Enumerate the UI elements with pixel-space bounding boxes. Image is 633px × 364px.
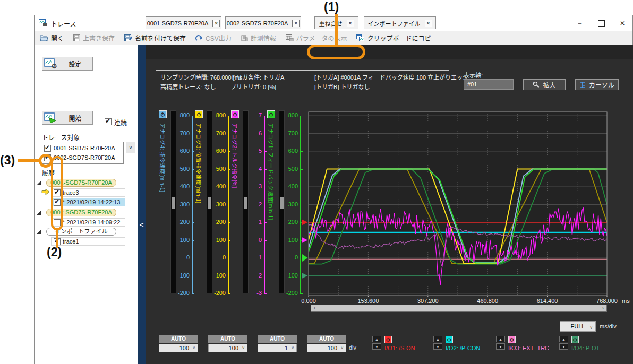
axis-tick-label: 1	[243, 219, 262, 225]
settings-button[interactable]: ⚙ 設定	[42, 57, 93, 71]
axis-tick-label: -2	[243, 272, 262, 279]
history-item-row[interactable]: * 2021/02/19 14:22:13	[35, 198, 138, 206]
pre-trigger: プリトリガ: 0 [%]	[230, 82, 276, 91]
io3-gear-icon[interactable]	[508, 336, 516, 343]
tab-close-icon[interactable]	[425, 20, 432, 27]
precision-trace: 高精度トレース: なし	[160, 82, 216, 91]
scale-combo[interactable]: 100	[159, 344, 198, 352]
zoom-button[interactable]: ✳ 拡大	[523, 79, 566, 90]
tab-0002[interactable]: 0002-SGD7S-R70F20A	[225, 16, 301, 29]
minimize-icon[interactable]	[575, 19, 585, 28]
io4-gear-icon[interactable]	[571, 336, 579, 343]
io-up-icon[interactable]: ▲	[496, 336, 505, 342]
history-item-checkbox[interactable]	[54, 199, 61, 206]
axis-tick-label: 800	[170, 112, 190, 118]
time-scrollbar-thumb[interactable]	[318, 305, 600, 311]
history-item-row[interactable]: * 2021/02/19 14:09:22	[35, 218, 138, 227]
history-item-checkbox[interactable]	[54, 219, 61, 226]
io-up-icon[interactable]: ▲	[559, 336, 568, 342]
io-down-icon[interactable]: ▼	[496, 343, 505, 350]
history-item-checkbox[interactable]	[54, 238, 61, 245]
time-scrollbar[interactable]: ‹ ›	[311, 305, 607, 312]
maximize-icon[interactable]	[596, 19, 606, 28]
time-tick-label: 307.200	[407, 298, 449, 304]
axis-gear-icon[interactable]	[231, 110, 239, 118]
trace-target-row[interactable]: 0001-SGD7S-R70F20A	[44, 143, 122, 153]
axis-title: アナログ3: 位置指令速度[min-1]	[194, 123, 203, 298]
axis-tick-label: 0	[243, 237, 262, 243]
measure-info-button[interactable]: 計測情報	[241, 33, 276, 42]
trigger-condition: トリガ条件: トリガA	[230, 73, 284, 81]
auto-button[interactable]: AUTO	[307, 335, 346, 343]
start-button[interactable]: 開始	[42, 111, 93, 125]
axis-tick-label: 100	[207, 237, 226, 243]
axis-tick-label: 300	[279, 201, 298, 207]
csv-export-button[interactable]: CSV出力	[195, 33, 232, 42]
axis-gear-icon[interactable]	[159, 110, 167, 118]
trace-target-dropdown[interactable]	[126, 142, 135, 153]
axis-gear-icon[interactable]	[267, 110, 275, 118]
axis-tick-label: 200	[279, 219, 298, 225]
continuous-checkbox[interactable]	[105, 118, 112, 125]
axis-gear-icon[interactable]	[195, 110, 203, 118]
scroll-left-icon[interactable]: ‹	[311, 305, 318, 311]
save-button[interactable]: 上書き保存	[73, 33, 115, 42]
axis-tick-label: 100	[170, 237, 190, 243]
io-up-icon[interactable]: ▲	[433, 336, 442, 342]
trace-target-checkbox[interactable]	[44, 145, 51, 152]
close-icon[interactable]	[618, 19, 627, 28]
history-group-row[interactable]: インポートファイル	[35, 228, 138, 236]
io-down-icon[interactable]: ▼	[559, 343, 568, 350]
expander-icon[interactable]	[37, 211, 41, 215]
parameter-view-button[interactable]: パラメータの表示	[286, 33, 347, 42]
auto-button[interactable]: AUTO	[258, 335, 297, 343]
history-group-row[interactable]: 0002-SGD7S-R70F20A	[35, 209, 138, 217]
open-button[interactable]: 開く	[40, 33, 64, 42]
tab-close-icon[interactable]	[347, 20, 354, 27]
history-group-pill[interactable]: 0002-SGD7S-R70F20A	[46, 209, 116, 216]
timebase-combo[interactable]: FULL	[560, 321, 596, 332]
clipboard-copy-icon	[356, 34, 364, 41]
auto-button[interactable]: AUTO	[208, 335, 247, 343]
auto-button[interactable]: AUTO	[159, 335, 198, 343]
tab-import-file[interactable]: インポートファイル	[364, 16, 436, 29]
expander-icon[interactable]	[37, 230, 41, 234]
axis-tick-label: 400	[279, 183, 298, 189]
io2-gear-icon[interactable]	[446, 336, 453, 343]
cursor-button[interactable]: カーソル	[575, 79, 619, 90]
scale-combo[interactable]: 1	[258, 344, 297, 352]
io1-gear-icon[interactable]	[384, 336, 392, 343]
history-group-pill[interactable]: インポートファイル	[46, 228, 116, 236]
io-down-icon[interactable]: ▼	[372, 343, 381, 350]
tab-overlay[interactable]: 重ね合せ	[314, 16, 358, 29]
scale-combo[interactable]: 100	[208, 344, 247, 352]
axis-tick-label: -100	[279, 272, 298, 279]
scale-combo[interactable]: 100	[307, 344, 346, 352]
collapse-sidebar-icon[interactable]	[138, 219, 146, 231]
history-item-checkbox[interactable]	[54, 189, 61, 196]
expander-icon[interactable]	[37, 181, 41, 185]
axis-line	[192, 116, 193, 293]
window-title: トレース	[51, 19, 76, 28]
history-item-row[interactable]: trace1	[35, 237, 138, 246]
tab-0001[interactable]: 0001-SGD7S-R70F20A	[146, 16, 221, 29]
tab-close-icon[interactable]	[292, 20, 300, 27]
continuous-label: 連続	[114, 118, 127, 127]
trace-target-row[interactable]: 0002-SGD7S-R70F20A	[44, 153, 122, 162]
scroll-right-icon[interactable]: ›	[600, 305, 606, 311]
io-down-icon[interactable]: ▼	[433, 343, 442, 350]
history-group-pill[interactable]: 0001-SGD7S-R70F20A	[46, 179, 116, 187]
tab-close-icon[interactable]	[212, 20, 220, 27]
axis-tick-label: 4	[243, 166, 262, 172]
axis-tick-label: 3	[243, 183, 262, 189]
save-as-button[interactable]: 名前を付けて保存	[124, 33, 186, 42]
sidebar-strip	[138, 45, 146, 364]
io-up-icon[interactable]: ▲	[372, 336, 381, 342]
trace-target-checkbox[interactable]	[44, 154, 51, 161]
clipboard-copy-button[interactable]: クリップボードにコピー	[356, 33, 437, 42]
history-group-row[interactable]: 0001-SGD7S-R70F20A	[35, 179, 138, 187]
axis-tick-label: 800	[207, 112, 226, 118]
display-axis-field[interactable]: #01	[464, 79, 514, 90]
time-tick-label: 614.400	[526, 298, 569, 304]
history-item-row[interactable]: trace3	[35, 188, 138, 197]
